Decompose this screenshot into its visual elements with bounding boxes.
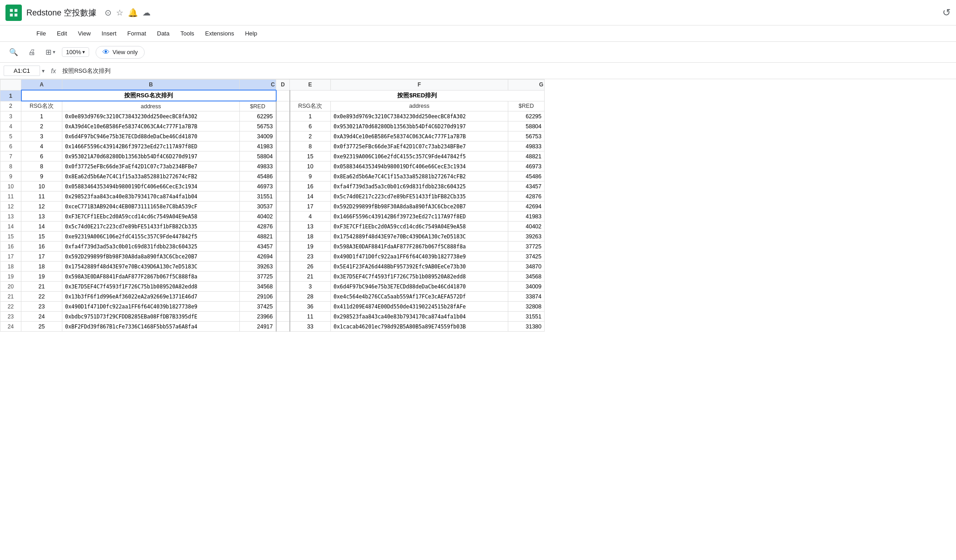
location-icon[interactable]: ⊙ (105, 8, 111, 18)
right-red-23[interactable]: 31551 (508, 312, 545, 322)
right-red-11[interactable]: 42876 (508, 192, 545, 202)
right-red-18[interactable]: 34870 (508, 262, 545, 272)
left-red-6[interactable]: 41983 (240, 141, 276, 151)
right-red-6[interactable]: 49833 (508, 141, 545, 151)
left-rsg-3[interactable]: 1 (21, 111, 62, 121)
right-rsg-3[interactable]: 1 (290, 111, 331, 121)
left-rsg-20[interactable]: 21 (21, 282, 62, 292)
right-address-18[interactable]: 0x5E41F23FA26d448BbF957392Efc9AB0EeCe73b… (331, 262, 508, 272)
right-red-8[interactable]: 46973 (508, 161, 545, 172)
menu-view[interactable]: View (73, 28, 95, 39)
left-rsg-18[interactable]: 18 (21, 262, 62, 272)
right-address-11[interactable]: 0x5c74d0E217c223cd7e89bFE51433f1bFB82Cb3… (331, 192, 508, 202)
history-icon[interactable]: ↺ (942, 7, 951, 19)
left-rsg-22[interactable]: 23 (21, 302, 62, 312)
left-address-6[interactable]: 0x1466F5596c439142B6f39723eEd27c117A97f8… (62, 141, 240, 151)
left-red-24[interactable]: 24917 (240, 322, 276, 332)
left-address-18[interactable]: 0x17542889f48d43E97e70Bc439D6A130c7eD518… (62, 262, 240, 272)
left-rsg-17[interactable]: 17 (21, 252, 62, 262)
left-rsg-12[interactable]: 12 (21, 202, 62, 212)
right-address-10[interactable]: 0xfa4f739d3ad5a3c0b01c69d831fdbb238c6043… (331, 182, 508, 192)
col-header-f[interactable]: F (331, 80, 508, 91)
left-rsg-13[interactable]: 13 (21, 212, 62, 222)
star-icon[interactable]: ☆ (116, 8, 123, 18)
left-red-21[interactable]: 29106 (240, 292, 276, 302)
left-rsg-10[interactable]: 10 (21, 182, 62, 192)
left-address-15[interactable]: 0xe92319A006C106e2fdC4155c357C9Fde447842… (62, 232, 240, 242)
right-rsg-12[interactable]: 17 (290, 202, 331, 212)
right-address-16[interactable]: 0x598A3E0DAF8841FdaAF877F2867b067f5C888f… (331, 242, 508, 252)
right-red-7[interactable]: 48821 (508, 151, 545, 161)
right-address-21[interactable]: 0xe4c564e4b276CCa5aab559Af17FCe3cAEFA572… (331, 292, 508, 302)
right-rsg-14[interactable]: 13 (290, 222, 331, 232)
left-red-23[interactable]: 23966 (240, 312, 276, 322)
left-title-cell[interactable]: 按照RSG名次排列 (21, 90, 276, 101)
right-red-13[interactable]: 41983 (508, 212, 545, 222)
left-address-22[interactable]: 0x490D1f471D0fc922aa1FF6f64C4039b1827738… (62, 302, 240, 312)
right-address-22[interactable]: 0x411d209E4874E00Dd550de43190224515b28fA… (331, 302, 508, 312)
right-red-24[interactable]: 31380 (508, 322, 545, 332)
left-rsg-23[interactable]: 24 (21, 312, 62, 322)
left-address-3[interactable]: 0x0e893d9769c3210C73843230dd250eecBC8fA3… (62, 111, 240, 121)
right-rsg-9[interactable]: 9 (290, 172, 331, 182)
right-address-14[interactable]: 0xF3E7CFf1EEbc2d0A59ccd14cd6c7549A04E9eA… (331, 222, 508, 232)
left-rsg-19[interactable]: 19 (21, 272, 62, 282)
right-red-12[interactable]: 42694 (508, 202, 545, 212)
left-red-11[interactable]: 31551 (240, 192, 276, 202)
right-rsg-11[interactable]: 14 (290, 192, 331, 202)
right-rsg-22[interactable]: 36 (290, 302, 331, 312)
left-address-19[interactable]: 0x598A3E0DAF8841FdaAF877F2867b067f5C888f… (62, 272, 240, 282)
left-rsg-7[interactable]: 6 (21, 151, 62, 161)
right-rsg-24[interactable]: 33 (290, 322, 331, 332)
right-address-3[interactable]: 0x0e893d9769c3210C73843230dd250eecBC8fA3… (331, 111, 508, 121)
left-red-3[interactable]: 62295 (240, 111, 276, 121)
right-rsg-4[interactable]: 6 (290, 121, 331, 131)
right-red-5[interactable]: 56753 (508, 131, 545, 141)
move-icon[interactable]: 🔔 (128, 8, 138, 18)
left-rsg-24[interactable]: 25 (21, 322, 62, 332)
left-address-24[interactable]: 0xBF2FDd39f867B1cFe7336C1468F5bb557a6A8f… (62, 322, 240, 332)
left-rsg-8[interactable]: 8 (21, 161, 62, 172)
left-red-19[interactable]: 37725 (240, 272, 276, 282)
right-red-17[interactable]: 37425 (508, 252, 545, 262)
right-rsg-20[interactable]: 3 (290, 282, 331, 292)
left-rsg-6[interactable]: 4 (21, 141, 62, 151)
menu-data[interactable]: Data (152, 28, 174, 39)
left-address-9[interactable]: 0x8Ea62d5b6Ae7C4C1f15a33a852881b272674cF… (62, 172, 240, 182)
left-address-13[interactable]: 0xF3E7CFf1EEbc2d0A59ccd14cd6c7549A04E9eA… (62, 212, 240, 222)
right-rsg-8[interactable]: 10 (290, 161, 331, 172)
left-address-20[interactable]: 0x3E7D5EF4C7f4593f1F726C75b1b089520A82ed… (62, 282, 240, 292)
left-address-10[interactable]: 0x05883464353494b980019DfC406e66CecE3c19… (62, 182, 240, 192)
left-address-11[interactable]: 0x298523faa843ca40e83b7934170ca874a4fa1b… (62, 192, 240, 202)
left-red-8[interactable]: 49833 (240, 161, 276, 172)
right-address-13[interactable]: 0x1466F5596c439142B6f39723eEd27c117A97f8… (331, 212, 508, 222)
right-rsg-13[interactable]: 4 (290, 212, 331, 222)
right-red-15[interactable]: 39263 (508, 232, 545, 242)
cell-reference-box[interactable] (4, 66, 40, 76)
right-rsg-18[interactable]: 26 (290, 262, 331, 272)
menu-format[interactable]: Format (123, 28, 151, 39)
col-header-d[interactable]: D (276, 80, 290, 91)
right-rsg-23[interactable]: 11 (290, 312, 331, 322)
menu-insert[interactable]: Insert (97, 28, 121, 39)
left-address-4[interactable]: 0xA39d4Ce10e6B586Fe58374C063CA4c777F1a7B… (62, 121, 240, 131)
left-red-5[interactable]: 34009 (240, 131, 276, 141)
left-rsg-9[interactable]: 9 (21, 172, 62, 182)
right-rsg-16[interactable]: 19 (290, 242, 331, 252)
left-red-16[interactable]: 43457 (240, 242, 276, 252)
right-red-14[interactable]: 40402 (508, 222, 545, 232)
cloud-icon[interactable]: ☁ (142, 8, 151, 18)
right-address-8[interactable]: 0x05883464353494b980019DfC406e66CecE3c19… (331, 161, 508, 172)
right-address-15[interactable]: 0x17542889f48d43E97e70Bc439D6A130c7eD518… (331, 232, 508, 242)
right-address-9[interactable]: 0x8Ea62d5b6Ae7C4C1f15a33a852881b272674cF… (331, 172, 508, 182)
left-address-5[interactable]: 0x6d4F97bC946e75b3E7ECDd88deDaCbe46Cd418… (62, 131, 240, 141)
right-rsg-5[interactable]: 2 (290, 131, 331, 141)
right-rsg-19[interactable]: 21 (290, 272, 331, 282)
left-red-7[interactable]: 58804 (240, 151, 276, 161)
left-address-14[interactable]: 0x5c74d0E217c223cd7e89bFE51433f1bFB82Cb3… (62, 222, 240, 232)
left-rsg-14[interactable]: 14 (21, 222, 62, 232)
right-address-17[interactable]: 0x490D1f471D0fc922aa1FF6f64C4039b1827738… (331, 252, 508, 262)
right-rsg-17[interactable]: 23 (290, 252, 331, 262)
left-address-12[interactable]: 0xceC771B3AB9204c4EB0B731111658e7C8bA539… (62, 202, 240, 212)
right-address-12[interactable]: 0x592D299899fBb98F30A8da8a890fA3C6Cbce20… (331, 202, 508, 212)
